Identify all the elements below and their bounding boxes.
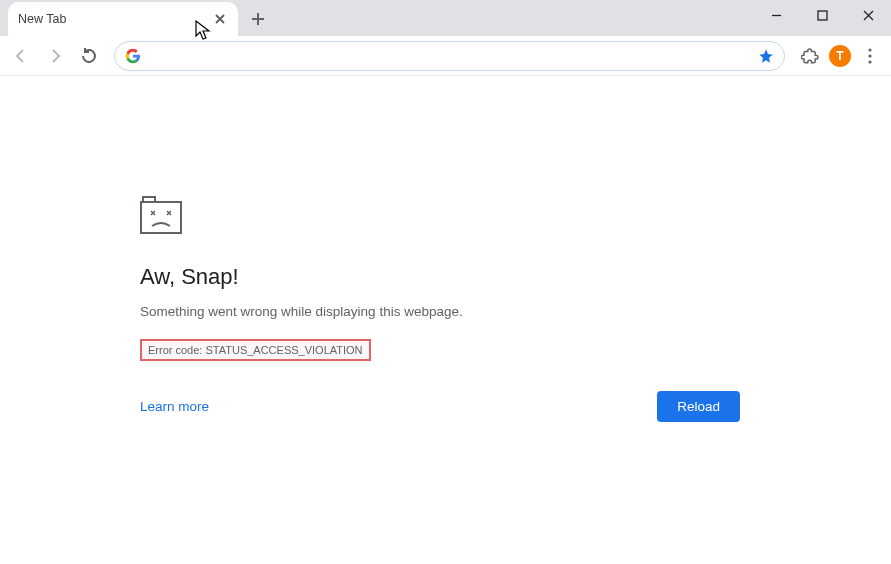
tab-close-button[interactable]	[212, 11, 228, 27]
new-tab-button[interactable]	[244, 5, 272, 33]
error-code: Error code: STATUS_ACCESS_VIOLATION	[140, 339, 371, 361]
window-controls	[753, 0, 891, 30]
svg-point-8	[868, 48, 871, 51]
window-minimize-button[interactable]	[753, 0, 799, 30]
back-button[interactable]	[6, 41, 36, 71]
learn-more-link[interactable]: Learn more	[140, 399, 209, 414]
window-close-button[interactable]	[845, 0, 891, 30]
extensions-button[interactable]	[795, 41, 825, 71]
error-page: Aw, Snap! Something went wrong while dis…	[0, 76, 891, 422]
error-heading: Aw, Snap!	[140, 264, 891, 290]
titlebar: New Tab	[0, 0, 891, 36]
kebab-menu-button[interactable]	[855, 41, 885, 71]
address-bar[interactable]	[114, 41, 785, 71]
svg-point-10	[868, 60, 871, 63]
error-message: Something went wrong while displaying th…	[140, 304, 891, 319]
window-maximize-button[interactable]	[799, 0, 845, 30]
profile-avatar[interactable]: T	[829, 45, 851, 67]
svg-rect-11	[141, 202, 181, 233]
google-icon	[125, 48, 141, 64]
sad-folder-icon	[140, 196, 182, 234]
toolbar: T	[0, 36, 891, 76]
bookmark-star-icon[interactable]	[758, 48, 774, 64]
browser-tab[interactable]: New Tab	[8, 2, 238, 36]
svg-point-9	[868, 54, 871, 57]
svg-rect-5	[818, 11, 827, 20]
svg-rect-12	[143, 197, 155, 202]
tab-title: New Tab	[18, 12, 66, 26]
reload-page-button[interactable]: Reload	[657, 391, 740, 422]
forward-button[interactable]	[40, 41, 70, 71]
error-footer: Learn more Reload	[140, 391, 740, 422]
avatar-initial: T	[836, 49, 843, 63]
reload-button[interactable]	[74, 41, 104, 71]
